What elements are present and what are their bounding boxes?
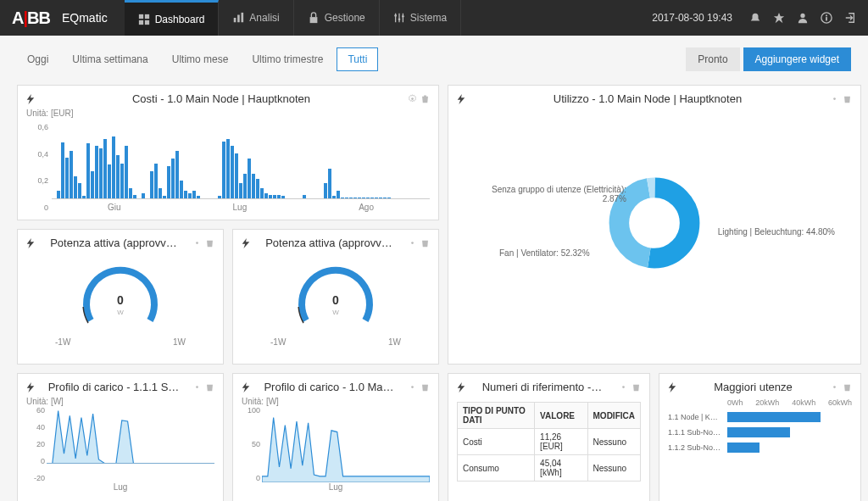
hbar-axis: 0Wh 20kWh 40kWh 60kWh — [668, 397, 852, 412]
svg-text:W: W — [117, 309, 124, 316]
nav-label: Sistema — [410, 12, 447, 24]
trash-icon[interactable] — [632, 382, 641, 392]
widget-profilo-2: Profilo di carico - 1.0 Ma… Unità: [W] 1… — [232, 373, 439, 501]
svg-rect-13 — [826, 17, 827, 20]
bolt-icon — [242, 382, 250, 392]
svg-text:W: W — [332, 309, 339, 316]
brand-logo: A|BB — [0, 8, 62, 28]
area-chart: 100 50 0 — [262, 406, 430, 482]
user-icon[interactable] — [797, 12, 809, 24]
trash-icon[interactable] — [843, 94, 852, 103]
trash-icon[interactable] — [420, 238, 430, 248]
star-icon[interactable] — [773, 12, 785, 24]
bolt-icon — [242, 238, 250, 248]
bell-icon[interactable] — [749, 12, 761, 24]
period-toolbar: Oggi Ultima settimana Ultimo mese Ultimo… — [0, 36, 868, 78]
bolt-icon — [26, 238, 35, 248]
svg-point-15 — [411, 97, 414, 100]
svg-point-30 — [622, 386, 625, 388]
gear-icon[interactable] — [619, 382, 628, 392]
lock-icon — [308, 12, 320, 24]
widget-maggiori: Maggiori utenze 0Wh 20kWh 40kWh 60kWh 1.… — [659, 373, 861, 501]
gear-icon[interactable] — [408, 94, 417, 103]
period-ultimo-trimestre[interactable]: Ultimo trimestre — [242, 48, 333, 70]
nav-sistema[interactable]: Sistema — [380, 0, 461, 36]
top-nav: A|BB EQmatic Dashboard Analisi Gestione … — [0, 0, 868, 36]
unit-label: Unità: [W] — [242, 397, 430, 406]
gear-icon[interactable] — [408, 238, 417, 248]
product-name: EQmatic — [62, 11, 125, 25]
trash-icon[interactable] — [843, 382, 852, 392]
bolt-icon — [26, 382, 35, 392]
svg-point-11 — [800, 14, 804, 18]
svg-point-26 — [196, 386, 198, 388]
gear-icon[interactable] — [408, 382, 417, 392]
widget-title: Potenza attiva (approvv… — [255, 237, 403, 249]
nav-label: Analisi — [249, 12, 279, 24]
bolt-icon — [26, 94, 35, 104]
unit-label: Unità: [W] — [26, 397, 214, 406]
svg-rect-6 — [242, 13, 244, 22]
table-scroll[interactable]: TIPO DI PUNTO DATI VALORE MODIFICA Costi… — [457, 397, 641, 490]
y-axis: 0,6 0,4 0,2 0 — [30, 123, 48, 212]
x-label: Lug — [242, 482, 430, 492]
add-widget-button[interactable]: Aggiungere widget — [743, 47, 851, 71]
svg-rect-3 — [145, 19, 149, 24]
period-tutti[interactable]: Tutti — [337, 47, 378, 71]
gauge-min: -1W — [55, 337, 70, 347]
svg-point-20 — [196, 242, 198, 244]
widget-grid: Costi - 1.0 Main Node | Hauptknoten Unit… — [0, 78, 868, 501]
hbar-row: 1.1.2 Sub-No… — [668, 443, 852, 453]
trash-icon[interactable] — [420, 94, 430, 103]
svg-point-28 — [411, 386, 414, 388]
info-icon[interactable] — [821, 12, 832, 24]
nav-dashboard[interactable]: Dashboard — [125, 0, 220, 36]
nav-label: Dashboard — [155, 14, 205, 25]
col-valore: VALORE — [535, 403, 587, 429]
ready-button[interactable]: Pronto — [686, 47, 739, 71]
widget-profilo-1: Profilo di carico - 1.1.1 S… Unità: [W] … — [17, 373, 224, 501]
gear-icon[interactable] — [830, 382, 839, 392]
nav-analisi[interactable]: Analisi — [219, 0, 293, 36]
widget-potenza-2: Potenza attiva (approvv… 0 W -1W 1W — [232, 229, 439, 365]
trash-icon[interactable] — [205, 238, 214, 248]
widget-numeri: Numeri di riferimento -… TIPO DI PUNTO D… — [448, 373, 650, 501]
gear-icon[interactable] — [192, 382, 202, 392]
logout-icon[interactable] — [844, 12, 856, 24]
nav-gestione[interactable]: Gestione — [294, 0, 380, 36]
trash-icon[interactable] — [420, 382, 430, 392]
svg-rect-1 — [145, 14, 149, 18]
table-row: Costi 11,26 [EUR] Nessuno — [458, 429, 641, 455]
nav-right: 2017-08-30 19:43 — [640, 12, 868, 24]
widget-title: Potenza attiva (approvv… — [40, 237, 187, 249]
slice-label-lighting: Lighting | Beleuchtung: 44.80% — [718, 227, 835, 237]
dashboard-icon — [138, 14, 150, 25]
gear-icon[interactable] — [830, 94, 839, 103]
period-ultima-settimana[interactable]: Ultima settimana — [62, 48, 158, 70]
donut-chart: Senza gruppo di utenze (Elettricità):2.8… — [457, 109, 852, 337]
svg-rect-5 — [237, 15, 240, 23]
period-oggi[interactable]: Oggi — [17, 48, 58, 70]
svg-point-10 — [402, 15, 404, 18]
svg-rect-14 — [826, 15, 827, 17]
widget-costi: Costi - 1.0 Main Node | Hauptknoten Unit… — [17, 85, 439, 220]
bar-chart — [52, 123, 430, 199]
widget-title: Costi - 1.0 Main Node | Hauptknoten — [40, 92, 403, 105]
slice-label-senza: Senza gruppo di utenze (Elettricità):2.8… — [491, 185, 626, 203]
widget-potenza-1: Potenza attiva (approvv… 0 W -1W 1W — [17, 229, 224, 365]
svg-rect-7 — [309, 17, 317, 23]
area-chart: 60 40 20 0 -20 — [47, 406, 214, 482]
gauge: 0 W — [26, 253, 214, 337]
svg-rect-4 — [234, 18, 236, 22]
gauge-min: -1W — [270, 337, 286, 347]
analytics-icon — [232, 12, 244, 24]
gear-icon[interactable] — [192, 238, 202, 248]
gauge-max: 1W — [173, 337, 186, 347]
period-ultimo-mese[interactable]: Ultimo mese — [162, 48, 239, 70]
svg-text:0: 0 — [117, 293, 124, 307]
widget-title: Maggiori utenze — [682, 381, 825, 393]
trash-icon[interactable] — [205, 382, 214, 392]
gauge-max: 1W — [388, 337, 401, 347]
unit-label: Unità: [EUR] — [26, 109, 430, 118]
hbar-row: 1.1 Node | K… — [668, 412, 852, 422]
